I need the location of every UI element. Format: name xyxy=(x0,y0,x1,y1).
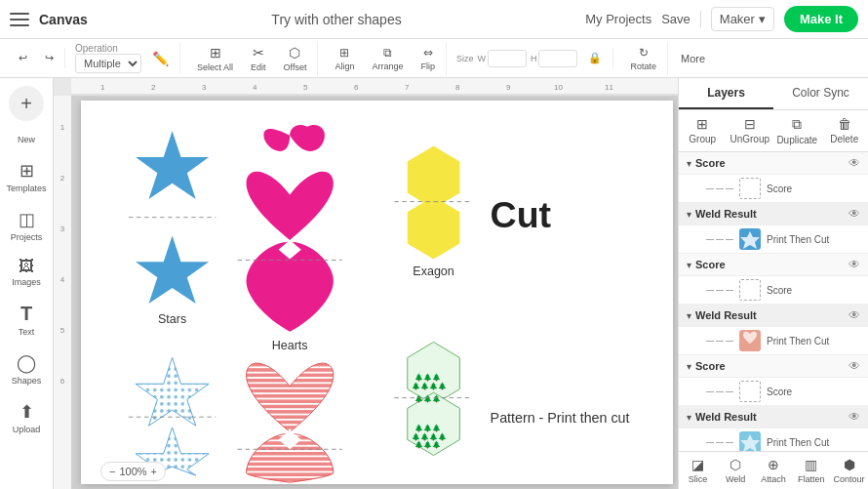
sidebar-upload-label: Upload xyxy=(13,425,41,434)
layer-group-score1[interactable]: ▾ Score 👁 xyxy=(679,152,868,175)
layer-dash-score1 xyxy=(706,188,733,189)
eye-score1[interactable]: 👁 xyxy=(848,156,860,170)
layer-group-weld1[interactable]: ▾ Weld Result 👁 xyxy=(679,203,868,225)
svg-text:5: 5 xyxy=(60,326,65,335)
new-button[interactable]: + xyxy=(9,86,44,121)
star-top-shape[interactable] xyxy=(136,131,209,199)
flatten-button[interactable]: ▥ Flatten xyxy=(792,452,830,489)
sidebar-new-label: New xyxy=(18,135,35,144)
zoom-level: 100% xyxy=(119,466,146,477)
canvas-svg: Stars Hearts xyxy=(81,101,673,484)
layer-group-weld2[interactable]: ▾ Weld Result 👁 xyxy=(679,305,868,327)
make-it-button[interactable]: Make It xyxy=(784,6,858,32)
eye-weld3[interactable]: 👁 xyxy=(848,410,860,424)
attach-button[interactable]: ⊕ Attach xyxy=(755,452,793,489)
layer-item-print-cut2[interactable]: Print Then Cut xyxy=(679,327,868,355)
eye-score3[interactable]: 👁 xyxy=(848,359,860,373)
weld-button[interactable]: ⬡ Weld xyxy=(717,452,755,489)
sidebar-item-upload[interactable]: ⬆ Upload xyxy=(3,395,50,440)
contour-button[interactable]: ⬢ Contour xyxy=(830,452,868,489)
score3-child-label: Score xyxy=(767,387,860,397)
arrange-button[interactable]: ⧉ Arrange xyxy=(365,42,410,75)
flip-button[interactable]: ⇔ Flip xyxy=(414,42,442,75)
zoom-minus-icon[interactable]: − xyxy=(109,466,115,477)
select-pencil-button[interactable]: ✏️ xyxy=(145,47,176,70)
more-button[interactable]: More xyxy=(674,49,712,68)
canvas-area[interactable]: 1 2 3 4 5 6 7 8 9 10 11 1 2 3 xyxy=(54,78,678,489)
align-button[interactable]: ⊞ Align xyxy=(328,42,361,75)
plus-icon: + xyxy=(20,94,32,113)
sidebar-item-shapes[interactable]: ◯ Shapes xyxy=(3,346,50,391)
operation-select[interactable]: Multiple xyxy=(75,54,141,73)
offset-button[interactable]: ⬡ Offset xyxy=(277,41,314,76)
zoom-plus-icon[interactable]: + xyxy=(151,466,157,477)
height-input[interactable] xyxy=(538,50,577,67)
svg-text:9: 9 xyxy=(506,83,511,92)
score2-child-label: Score xyxy=(767,285,860,296)
layer-dash-weld1 xyxy=(706,239,733,240)
layer-group-score3[interactable]: ▾ Score 👁 xyxy=(679,355,868,378)
sidebar-text-label: Text xyxy=(19,327,35,337)
star-bottom-shape[interactable] xyxy=(136,235,209,304)
hamburger-icon[interactable] xyxy=(10,13,29,26)
delete-label: Delete xyxy=(830,134,858,144)
rotate-button[interactable]: ↻ Rotate xyxy=(623,42,663,75)
svg-marker-30 xyxy=(740,434,760,451)
svg-text:5: 5 xyxy=(303,83,308,92)
my-projects-button[interactable]: My Projects xyxy=(585,12,651,26)
layer-group-weld3[interactable]: ▾ Weld Result 👁 xyxy=(679,406,868,428)
layer-item-score1-child[interactable]: Score xyxy=(679,175,868,203)
layer-item-score3-child[interactable]: Score xyxy=(679,378,868,406)
tab-color-sync[interactable]: Color Sync xyxy=(773,78,868,109)
score1-child-label: Score xyxy=(767,183,860,194)
zoom-control[interactable]: − 100% + xyxy=(100,462,166,481)
layer-dash-weld2 xyxy=(706,341,733,342)
maker-button[interactable]: Maker ▾ xyxy=(711,7,774,31)
sidebar-item-images[interactable]: 🖼 Images xyxy=(3,252,50,293)
lock-aspect-button[interactable]: 🔒 xyxy=(581,48,609,68)
sidebar-item-text[interactable]: T Text xyxy=(3,297,50,343)
ungroup-label: UnGroup xyxy=(730,134,769,144)
chevron-score1: ▾ xyxy=(687,158,691,169)
pattern-label: Pattern - Print then cut xyxy=(491,410,630,426)
edit-button[interactable]: ✂ Edit xyxy=(244,41,273,76)
slice-button[interactable]: ◪ Slice xyxy=(679,452,717,489)
undo-button[interactable]: ↩ xyxy=(12,48,34,68)
select-all-button[interactable]: ⊞ Select All xyxy=(190,41,240,76)
delete-button[interactable]: 🗑 Delete xyxy=(821,110,869,151)
canvas-drawing-area[interactable]: Stars Hearts xyxy=(71,96,678,489)
layer-item-print-cut3[interactable]: Print Then Cut xyxy=(679,428,868,451)
hex-bottom-shape[interactable] xyxy=(408,196,460,259)
save-button[interactable]: Save xyxy=(661,12,690,26)
heart-top-shape[interactable] xyxy=(263,125,325,151)
ruler-top: 1 2 3 4 5 6 7 8 9 10 11 xyxy=(71,78,678,96)
layer-item-print-cut1[interactable]: Print Then Cut xyxy=(679,225,868,254)
score3-label: Score xyxy=(695,360,848,372)
heart-shape-1[interactable] xyxy=(247,172,334,240)
sidebar-images-label: Images xyxy=(12,277,41,287)
header-right: My Projects Save Maker ▾ Make It xyxy=(585,6,858,32)
redo-button[interactable]: ↪ xyxy=(38,48,60,68)
text-icon: T xyxy=(20,303,32,325)
layer-group-score2[interactable]: ▾ Score 👁 xyxy=(679,254,868,276)
layer-item-score2-child[interactable]: Score xyxy=(679,276,868,305)
ungroup-button[interactable]: ⊟ UnGroup xyxy=(727,110,774,151)
eye-weld1[interactable]: 👁 xyxy=(848,207,860,221)
header-divider xyxy=(700,11,701,28)
group-button[interactable]: ⊞ Group xyxy=(679,110,727,151)
group-icon: ⊞ xyxy=(696,116,708,132)
chevron-score3: ▾ xyxy=(687,361,691,372)
sidebar-item-templates[interactable]: ⊞ Templates xyxy=(3,154,50,199)
eye-weld2[interactable]: 👁 xyxy=(848,308,860,322)
sidebar-shapes-label: Shapes xyxy=(12,376,42,386)
images-icon: 🖼 xyxy=(19,258,34,275)
sidebar-item-projects[interactable]: ◫ Projects xyxy=(3,203,50,248)
eye-score2[interactable]: 👁 xyxy=(848,258,860,271)
tab-layers[interactable]: Layers xyxy=(679,78,773,109)
star-pattern-top[interactable] xyxy=(136,357,209,426)
weld-label: Weld xyxy=(726,474,745,484)
duplicate-button[interactable]: ⧉ Duplicate xyxy=(773,110,821,151)
heart-stripe-1[interactable] xyxy=(247,363,334,431)
cut-text-label: Cut xyxy=(491,194,552,235)
width-input[interactable] xyxy=(488,50,527,67)
